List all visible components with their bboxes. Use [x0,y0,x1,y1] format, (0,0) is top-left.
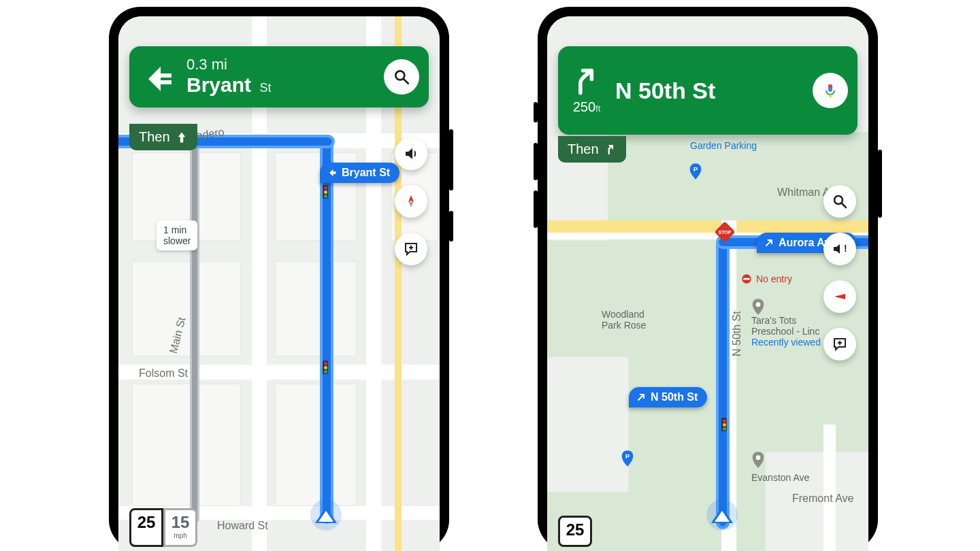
distance-value: 250 [573,99,595,114]
traffic-light-icon [323,361,328,374]
poi-taras-tots[interactable]: Tara's Tots Preschool - Linc Recently vi… [751,299,821,348]
location-arrow-icon [315,507,337,523]
turn-left-icon [142,59,177,94]
arrow-up-right-icon [636,392,647,403]
report-button[interactable] [823,328,856,361]
power-button [449,211,453,241]
compass-button[interactable] [395,185,427,218]
report-button[interactable] [395,233,427,265]
street-name: Bryant [186,73,251,96]
poi-garden-parking[interactable]: Garden Parking [690,140,757,151]
speaker-icon [403,146,419,162]
mic-icon [822,81,838,100]
svg-text:!: ! [844,243,847,254]
svg-point-10 [756,302,761,307]
distance-unit: ft [595,103,600,114]
poi-line: Tara's Tots [751,315,796,326]
map-controls [395,137,427,265]
direction-card[interactable]: 0.3 mi Bryant St [129,46,429,107]
search-icon [832,193,848,210]
voice-button[interactable] [813,73,848,108]
search-button[interactable] [384,59,419,95]
arrow-up-right-icon [604,142,617,157]
compass-icon [832,288,848,305]
parking-pin-icon[interactable]: P [621,450,634,467]
traffic-light-icon [323,185,328,199]
then-label: Then [139,129,170,145]
speed-limit: 25 [129,508,163,547]
alt-label-line2: slower [163,235,191,246]
speed-limit-value: 25 [566,520,585,539]
compass-button[interactable] [823,280,856,313]
street-label-folsom: Folsom St [139,367,188,380]
chat-plus-icon [403,241,419,257]
volume-up-button [534,143,538,180]
speaker-alert-icon: ! [832,241,848,257]
android-phone: 5:07 ▲ ▣ ▾ ◢ ▯ 57% [109,7,449,551]
street-label-fremont: Fremont Ave [792,492,853,505]
speed-limit-value: 25 [137,513,156,532]
svg-marker-3 [408,195,414,202]
location-arrow-icon [711,507,733,523]
poi-label: No entry [756,273,792,284]
audio-alert-button[interactable]: ! [823,233,856,265]
alt-route-label[interactable]: 1 min slower [157,220,197,250]
next-direction-pill[interactable]: Then [129,124,197,150]
svg-rect-16 [828,84,832,88]
svg-marker-20 [834,294,845,299]
volume-down-button [534,190,538,228]
map-controls: ! [823,185,856,361]
direction-distance: 250ft [573,99,601,115]
speed-limit: 25 [558,516,592,547]
svg-rect-12 [743,278,749,280]
parking-pin-icon[interactable]: P [689,163,702,180]
speed-indicator: 25 15 mph [129,508,197,547]
svg-line-2 [404,79,408,84]
poi-line: Park Rose [602,320,646,331]
poi-line: Woodland [602,309,644,320]
volume-button [449,129,453,190]
street-suffix: St [259,81,271,95]
svg-text:P: P [693,166,698,173]
street-label-howard: Howard St [217,520,268,532]
then-label: Then [568,141,599,157]
poi-pin-icon [751,452,765,468]
poi-woodland[interactable]: Woodland Park Rose [602,309,646,331]
power-button [878,150,882,218]
current-speed-value: 15 [171,513,190,532]
chat-plus-icon [832,336,848,352]
speed-indicator: 25 [558,516,592,547]
svg-point-13 [756,455,761,460]
speed-unit: mph [171,532,190,539]
screen: 10:51 ◢ ⌔ Whitman Ave Fremont Ave N 50th… [547,16,868,551]
current-location [310,499,342,531]
search-icon [393,68,410,86]
no-entry-label: No entry [741,273,792,284]
next-direction-pill[interactable]: Then [558,136,626,163]
search-button[interactable] [823,185,856,218]
current-location [706,499,738,531]
poi-label: Garden Parking [690,140,757,151]
route-label-text: Bryant St [342,167,390,179]
direction-distance: 0.3 mi [186,56,416,73]
direction-street: Bryant St [186,73,416,97]
route-label-text: N 50th St [651,391,698,403]
no-entry-icon [741,273,752,284]
audio-button[interactable] [395,137,427,170]
iphone: 10:51 ◢ ⌔ Whitman Ave Fremont Ave N 50th… [538,7,878,551]
poi-label: Evanston Ave [751,472,809,483]
poi-pin-icon [751,299,765,315]
svg-text:P: P [625,453,630,460]
svg-marker-4 [408,201,414,207]
arrow-up-icon [176,130,188,145]
traffic-light-icon [721,418,727,431]
svg-line-18 [842,203,846,207]
poi-line: Preschool - Linc [751,326,819,337]
poi-evanston[interactable]: Evanston Ave [751,452,809,483]
alt-label-line1: 1 min [163,224,191,235]
arrow-up-right-icon [572,67,602,99]
mute-switch [534,102,538,122]
poi-recently-viewed: Recently viewed [751,337,821,348]
direction-card[interactable]: 250ft N 50th St [558,46,858,135]
arrow-up-right-icon [764,237,774,248]
